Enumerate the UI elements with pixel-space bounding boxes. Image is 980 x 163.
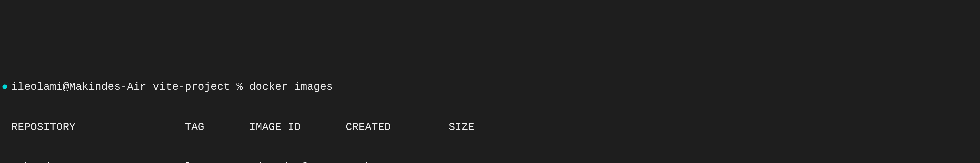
prompt-bullet-icon: ● xyxy=(0,80,11,94)
cell-tag: latest xyxy=(185,161,249,163)
prompt-space2 xyxy=(230,80,236,94)
cell-size: 361MB xyxy=(449,161,481,163)
table-header-row: REPOSITORY TAG IMAGE ID CREATED SIZE xyxy=(0,121,980,134)
prompt-space xyxy=(146,80,153,94)
command-text: docker images xyxy=(249,80,333,94)
terminal-window[interactable]: ●ileolami@Makindes-Air vite-project % do… xyxy=(0,54,980,163)
prompt-directory: vite-project xyxy=(153,80,230,94)
prompt-user-host: ileolami@Makindes-Air xyxy=(11,80,146,94)
prompt-line[interactable]: ●ileolami@Makindes-Air vite-project % do… xyxy=(0,80,980,94)
prompt-space3 xyxy=(243,80,249,94)
cell-created: 12 hours ago xyxy=(346,161,449,163)
cell-repository: web3-dapp xyxy=(11,161,185,163)
table-row: web3-dapp latest 2d71edaef1a4 12 hours a… xyxy=(0,161,980,163)
prompt-separator: % xyxy=(236,80,243,94)
cell-padding xyxy=(326,161,346,163)
cell-image-id: 2d71edaef1a4 xyxy=(249,161,326,163)
